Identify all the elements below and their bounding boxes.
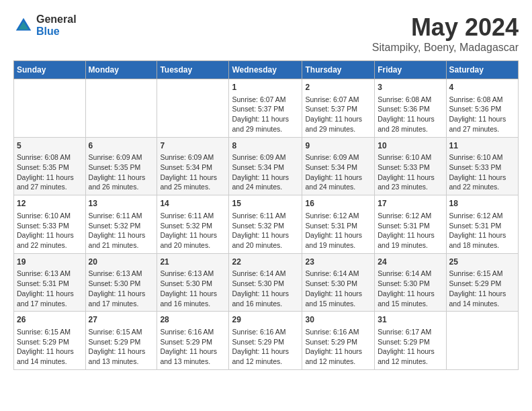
calendar-cell: 3Sunrise: 6:08 AM Sunset: 5:36 PM Daylig… [375,79,446,138]
day-number: 7 [160,140,226,152]
calendar-week-1: 1Sunrise: 6:07 AM Sunset: 5:37 PM Daylig… [14,79,519,138]
day-info: Sunrise: 6:16 AM Sunset: 5:29 PM Dayligh… [160,327,226,367]
day-info: Sunrise: 6:09 AM Sunset: 5:35 PM Dayligh… [89,152,154,192]
day-info: Sunrise: 6:07 AM Sunset: 5:37 PM Dayligh… [232,95,299,134]
subtitle: Sitampiky, Boeny, Madagascar [372,42,519,54]
header-row: Sunday Monday Tuesday Wednesday Thursday… [14,61,519,79]
col-friday: Friday [375,61,446,79]
day-info: Sunrise: 6:13 AM Sunset: 5:31 PM Dayligh… [17,269,83,308]
calendar-cell: 1Sunrise: 6:07 AM Sunset: 5:37 PM Daylig… [229,79,302,138]
calendar-cell: 4Sunrise: 6:08 AM Sunset: 5:36 PM Daylig… [446,79,518,138]
calendar-cell: 19Sunrise: 6:13 AM Sunset: 5:31 PM Dayli… [14,253,86,312]
calendar-cell: 9Sunrise: 6:09 AM Sunset: 5:34 PM Daylig… [302,137,375,195]
calendar-cell: 20Sunrise: 6:13 AM Sunset: 5:30 PM Dayli… [85,253,157,312]
day-number: 4 [449,82,515,93]
day-info: Sunrise: 6:11 AM Sunset: 5:32 PM Dayligh… [160,211,226,250]
calendar-week-2: 5Sunrise: 6:08 AM Sunset: 5:35 PM Daylig… [14,137,519,195]
day-number: 9 [305,140,371,152]
col-tuesday: Tuesday [157,61,229,79]
day-number: 23 [305,257,371,268]
calendar-cell: 11Sunrise: 6:10 AM Sunset: 5:33 PM Dayli… [446,137,518,195]
day-number: 24 [378,257,443,268]
calendar-cell: 5Sunrise: 6:08 AM Sunset: 5:35 PM Daylig… [14,137,86,195]
day-number: 1 [232,82,299,93]
day-number: 13 [89,198,154,210]
day-info: Sunrise: 6:14 AM Sunset: 5:30 PM Dayligh… [232,269,299,308]
calendar-cell [157,79,229,138]
calendar-cell: 29Sunrise: 6:16 AM Sunset: 5:29 PM Dayli… [229,312,302,370]
day-number: 10 [378,140,443,152]
day-number: 3 [378,82,443,93]
day-number: 29 [232,314,299,326]
logo-blue: Blue [36,26,60,37]
day-number: 14 [160,198,226,210]
day-info: Sunrise: 6:13 AM Sunset: 5:30 PM Dayligh… [160,269,226,308]
title-block: May 2024 Sitampiky, Boeny, Madagascar [372,13,519,54]
calendar-cell: 17Sunrise: 6:12 AM Sunset: 5:31 PM Dayli… [375,195,446,254]
day-info: Sunrise: 6:15 AM Sunset: 5:29 PM Dayligh… [17,327,83,367]
day-number: 19 [17,257,83,268]
day-number: 28 [160,314,226,326]
calendar-cell: 16Sunrise: 6:12 AM Sunset: 5:31 PM Dayli… [302,195,375,254]
calendar-cell: 28Sunrise: 6:16 AM Sunset: 5:29 PM Dayli… [157,312,229,370]
day-info: Sunrise: 6:14 AM Sunset: 5:30 PM Dayligh… [305,269,371,308]
logo: General Blue [13,13,77,38]
day-info: Sunrise: 6:15 AM Sunset: 5:29 PM Dayligh… [89,327,154,367]
day-info: Sunrise: 6:09 AM Sunset: 5:34 PM Dayligh… [160,152,226,192]
day-info: Sunrise: 6:12 AM Sunset: 5:31 PM Dayligh… [305,211,371,250]
day-info: Sunrise: 6:15 AM Sunset: 5:29 PM Dayligh… [449,269,515,308]
day-number: 25 [449,257,515,268]
day-number: 17 [378,198,443,210]
calendar-week-4: 19Sunrise: 6:13 AM Sunset: 5:31 PM Dayli… [14,253,519,312]
calendar-week-5: 26Sunrise: 6:15 AM Sunset: 5:29 PM Dayli… [14,312,519,370]
calendar-cell: 14Sunrise: 6:11 AM Sunset: 5:32 PM Dayli… [157,195,229,254]
day-number: 8 [232,140,299,152]
day-number: 30 [305,314,371,326]
calendar-cell: 10Sunrise: 6:10 AM Sunset: 5:33 PM Dayli… [375,137,446,195]
calendar-cell: 31Sunrise: 6:17 AM Sunset: 5:29 PM Dayli… [375,312,446,370]
calendar-cell: 23Sunrise: 6:14 AM Sunset: 5:30 PM Dayli… [302,253,375,312]
calendar-cell: 8Sunrise: 6:09 AM Sunset: 5:34 PM Daylig… [229,137,302,195]
day-info: Sunrise: 6:08 AM Sunset: 5:36 PM Dayligh… [449,95,515,134]
day-number: 12 [17,198,83,210]
day-info: Sunrise: 6:10 AM Sunset: 5:33 PM Dayligh… [449,152,515,192]
day-number: 5 [17,140,83,152]
calendar-cell: 13Sunrise: 6:11 AM Sunset: 5:32 PM Dayli… [85,195,157,254]
col-wednesday: Wednesday [229,61,302,79]
col-monday: Monday [85,61,157,79]
calendar-cell: 15Sunrise: 6:11 AM Sunset: 5:32 PM Dayli… [229,195,302,254]
day-info: Sunrise: 6:16 AM Sunset: 5:29 PM Dayligh… [232,327,299,367]
day-info: Sunrise: 6:09 AM Sunset: 5:34 PM Dayligh… [305,152,371,192]
day-number: 20 [89,257,154,268]
day-info: Sunrise: 6:09 AM Sunset: 5:34 PM Dayligh… [232,152,299,192]
calendar-cell: 27Sunrise: 6:15 AM Sunset: 5:29 PM Dayli… [85,312,157,370]
calendar-cell: 30Sunrise: 6:16 AM Sunset: 5:29 PM Dayli… [302,312,375,370]
calendar-cell: 7Sunrise: 6:09 AM Sunset: 5:34 PM Daylig… [157,137,229,195]
day-info: Sunrise: 6:11 AM Sunset: 5:32 PM Dayligh… [89,211,154,250]
calendar-table: Sunday Monday Tuesday Wednesday Thursday… [13,60,519,370]
day-number: 15 [232,198,299,210]
day-number: 26 [17,314,83,326]
logo-general: General [36,13,77,25]
day-number: 18 [449,198,515,210]
calendar-cell [446,312,518,370]
day-number: 11 [449,140,515,152]
day-number: 2 [305,82,371,93]
calendar-cell: 25Sunrise: 6:15 AM Sunset: 5:29 PM Dayli… [446,253,518,312]
day-number: 16 [305,198,371,210]
col-sunday: Sunday [14,61,86,79]
day-info: Sunrise: 6:07 AM Sunset: 5:37 PM Dayligh… [305,95,371,134]
calendar-week-3: 12Sunrise: 6:10 AM Sunset: 5:33 PM Dayli… [14,195,519,254]
calendar-cell [85,79,157,138]
calendar-cell: 2Sunrise: 6:07 AM Sunset: 5:37 PM Daylig… [302,79,375,138]
calendar-cell: 22Sunrise: 6:14 AM Sunset: 5:30 PM Dayli… [229,253,302,312]
col-thursday: Thursday [302,61,375,79]
day-number: 31 [378,314,443,326]
day-info: Sunrise: 6:10 AM Sunset: 5:33 PM Dayligh… [378,152,443,192]
day-info: Sunrise: 6:11 AM Sunset: 5:32 PM Dayligh… [232,211,299,250]
logo-wordmark: General Blue [36,13,77,38]
calendar-cell: 26Sunrise: 6:15 AM Sunset: 5:29 PM Dayli… [14,312,86,370]
day-info: Sunrise: 6:08 AM Sunset: 5:35 PM Dayligh… [17,152,83,192]
day-number: 6 [89,140,154,152]
day-info: Sunrise: 6:12 AM Sunset: 5:31 PM Dayligh… [378,211,443,250]
